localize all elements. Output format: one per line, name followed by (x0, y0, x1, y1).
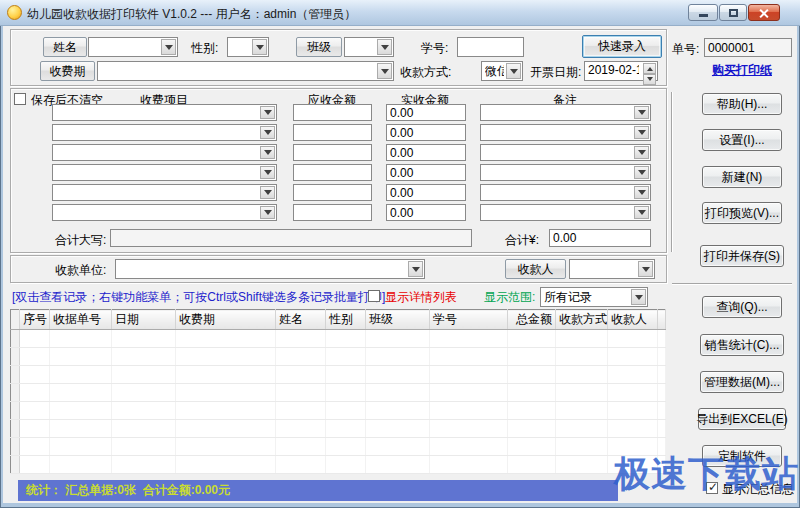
total-caps-label: 合计大写: (55, 232, 106, 249)
name-button[interactable]: 姓名 (43, 37, 87, 57)
chevron-down-icon[interactable] (260, 166, 275, 179)
col-pay-method[interactable]: 收款方式 (556, 310, 608, 330)
receivable-amount-input[interactable] (293, 204, 372, 221)
maximize-button[interactable] (719, 4, 747, 21)
chevron-down-icon[interactable] (377, 63, 392, 79)
close-button[interactable] (748, 4, 780, 21)
received-amount-input[interactable] (386, 144, 466, 161)
chevron-down-icon[interactable] (634, 186, 649, 199)
chevron-down-icon[interactable] (638, 261, 653, 277)
keep-after-save-checkbox[interactable] (14, 93, 26, 105)
invoice-date-label: 开票日期: (530, 64, 581, 81)
receivable-amount-input[interactable] (293, 184, 372, 201)
payee-unit-select[interactable] (115, 259, 425, 279)
spinner-down-icon[interactable] (643, 74, 656, 85)
chevron-down-icon[interactable] (260, 146, 275, 159)
fee-item-select[interactable] (52, 164, 277, 181)
receivable-amount-input[interactable] (293, 164, 372, 181)
show-detail-checkbox[interactable] (368, 290, 380, 302)
scope-select[interactable]: 所有记录 (540, 287, 648, 307)
remark-select[interactable] (480, 124, 651, 141)
col-total[interactable]: 总金额 (508, 310, 556, 330)
col-payee[interactable]: 收款人 (608, 310, 658, 330)
class-select[interactable] (344, 37, 394, 57)
fee-item-select[interactable] (52, 144, 277, 161)
print-and-save-button[interactable]: 打印并保存(S) (700, 245, 784, 267)
minimize-icon (699, 14, 708, 17)
query-button[interactable]: 查询(Q)... (702, 296, 782, 318)
chevron-down-icon[interactable] (161, 39, 176, 55)
student-no-input[interactable] (457, 37, 524, 57)
empty-record-row (11, 330, 666, 348)
new-button[interactable]: 新建(N) (702, 166, 782, 188)
records-table: 序号 收据单号 日期 收费期 姓名 性别 班级 学号 总金额 收款方式 收款人 (10, 309, 666, 474)
remark-select[interactable] (480, 164, 651, 181)
spinner-up-icon[interactable] (643, 63, 656, 74)
remark-select[interactable] (480, 104, 651, 121)
remark-select[interactable] (480, 144, 651, 161)
col-name[interactable]: 姓名 (276, 310, 326, 330)
payee-select[interactable] (569, 259, 655, 279)
receivable-amount-input[interactable] (293, 124, 372, 141)
pay-method-select[interactable]: 微信 (481, 61, 523, 81)
chevron-down-icon[interactable] (506, 63, 521, 79)
fee-item-select[interactable] (52, 104, 277, 121)
chevron-down-icon[interactable] (377, 39, 392, 55)
empty-record-row (11, 402, 666, 420)
empty-record-row (11, 456, 666, 474)
help-button[interactable]: 帮助(H)... (702, 93, 782, 115)
chevron-down-icon[interactable] (252, 39, 267, 55)
export-excel-button[interactable]: 导出到EXCEL(E) (698, 408, 786, 430)
col-student-no[interactable]: 学号 (430, 310, 508, 330)
date-spinner[interactable] (643, 63, 656, 79)
gender-select[interactable] (227, 37, 269, 57)
student-no-label: 学号: (421, 40, 448, 57)
fee-item-select[interactable] (52, 124, 277, 141)
received-amount-input[interactable] (386, 204, 466, 221)
receivable-amount-input[interactable] (293, 104, 372, 121)
name-select[interactable] (88, 37, 178, 57)
fee-item-select[interactable] (52, 184, 277, 201)
col-receipt-no[interactable]: 收据单号 (50, 310, 112, 330)
remark-select[interactable] (480, 204, 651, 221)
remark-select[interactable] (480, 184, 651, 201)
buy-paper-link[interactable]: 购买打印纸 (712, 62, 772, 79)
received-amount-input[interactable] (386, 104, 466, 121)
payee-unit-label: 收款单位: (55, 262, 106, 279)
sales-stats-button[interactable]: 销售统计(C)... (700, 334, 784, 356)
received-amount-input[interactable] (386, 124, 466, 141)
received-amount-input[interactable] (386, 184, 466, 201)
received-amount-input[interactable] (386, 164, 466, 181)
total-amount-input[interactable] (549, 229, 651, 247)
chevron-down-icon[interactable] (634, 126, 649, 139)
fee-period-button[interactable]: 收费期 (40, 61, 95, 81)
col-seq[interactable]: 序号 (20, 310, 50, 330)
class-button[interactable]: 班级 (296, 37, 342, 57)
col-gender[interactable]: 性别 (326, 310, 366, 330)
chevron-down-icon[interactable] (260, 126, 275, 139)
col-date[interactable]: 日期 (112, 310, 176, 330)
chevron-down-icon[interactable] (634, 146, 649, 159)
manage-data-button[interactable]: 管理数据(M)... (700, 371, 784, 393)
window-title: 幼儿园收款收据打印软件 V1.0.2 --- 用户名：admin（管理员） (27, 6, 356, 23)
chevron-down-icon[interactable] (634, 106, 649, 119)
horizontal-separator (672, 283, 792, 285)
print-preview-button[interactable]: 打印预览(V)... (702, 202, 782, 224)
fee-item-select[interactable] (52, 204, 277, 221)
minimize-button[interactable] (688, 4, 718, 21)
chevron-down-icon[interactable] (260, 106, 275, 119)
col-class[interactable]: 班级 (366, 310, 430, 330)
chevron-down-icon[interactable] (260, 206, 275, 219)
fee-period-select[interactable] (97, 61, 394, 81)
payee-button[interactable]: 收款人 (505, 259, 566, 279)
chevron-down-icon[interactable] (260, 186, 275, 199)
chevron-down-icon[interactable] (634, 166, 649, 179)
col-fee-period[interactable]: 收费期 (176, 310, 276, 330)
settings-button[interactable]: 设置(I)... (702, 129, 782, 151)
receivable-amount-input[interactable] (293, 144, 372, 161)
invoice-date-input[interactable]: 2019-02-10 (584, 61, 658, 81)
chevron-down-icon[interactable] (631, 289, 646, 305)
chevron-down-icon[interactable] (634, 206, 649, 219)
quick-entry-button[interactable]: 快速录入 (582, 35, 662, 58)
chevron-down-icon[interactable] (408, 261, 423, 277)
